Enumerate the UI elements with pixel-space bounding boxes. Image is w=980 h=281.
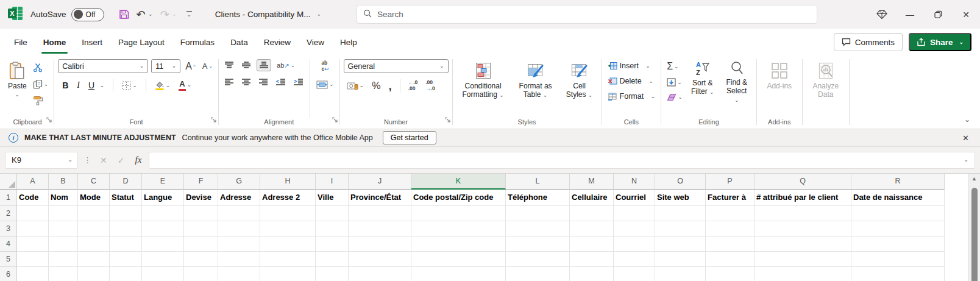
column-header-R[interactable]: R	[851, 174, 945, 190]
cell-G5[interactable]	[218, 252, 260, 267]
accounting-dropdown-icon[interactable]: ⌄	[360, 83, 364, 88]
orientation-button[interactable]: ab↗⌄	[275, 60, 297, 70]
conditional-formatting-dropdown-icon[interactable]: ⌄	[499, 92, 504, 98]
cell-R5[interactable]	[851, 252, 945, 267]
cell-H6[interactable]	[260, 267, 316, 281]
font-color-dropdown-icon[interactable]: ⌄	[187, 82, 192, 88]
cell-J3[interactable]	[349, 221, 411, 237]
cell-Q4[interactable]	[755, 237, 851, 252]
cell-styles-button[interactable]: Cell Styles ⌄	[561, 59, 598, 101]
cell-E4[interactable]	[142, 237, 184, 252]
cell-N2[interactable]	[614, 206, 655, 221]
scrollbar-thumb[interactable]	[971, 188, 978, 281]
cell-K5[interactable]	[411, 252, 506, 267]
cell-H2[interactable]	[260, 206, 316, 221]
column-header-B[interactable]: B	[49, 174, 78, 190]
cell-G3[interactable]	[218, 221, 260, 237]
cell-P1[interactable]: Facturer à	[706, 190, 755, 206]
accounting-format-button[interactable]: ⌄	[345, 80, 366, 91]
align-left-button[interactable]	[222, 77, 236, 88]
cell-D3[interactable]	[110, 221, 142, 237]
increase-decimal-button[interactable]: ←.0.00	[407, 79, 420, 93]
premium-diamond-icon[interactable]	[868, 0, 896, 29]
format-as-table-dropdown-icon[interactable]: ⌄	[543, 92, 548, 98]
scroll-up-icon[interactable]: ▲	[968, 176, 980, 182]
cell-E3[interactable]	[142, 221, 184, 237]
cell-E2[interactable]	[142, 206, 184, 221]
cell-N1[interactable]: Courriel	[614, 190, 655, 206]
cell-O4[interactable]	[655, 237, 706, 252]
cell-G2[interactable]	[218, 206, 260, 221]
cell-K3[interactable]	[411, 221, 506, 237]
cell-G6[interactable]	[218, 267, 260, 281]
tab-formulas[interactable]: Formulas	[172, 29, 222, 55]
cell-H1[interactable]: Adresse 2	[260, 190, 316, 206]
cell-D1[interactable]: Statut	[110, 190, 142, 206]
cell-B2[interactable]	[49, 206, 78, 221]
cell-I1[interactable]: Ville	[316, 190, 349, 206]
cell-J6[interactable]	[349, 267, 411, 281]
top-align-button[interactable]	[222, 60, 236, 71]
copy-dropdown-icon[interactable]: ⌄	[44, 82, 49, 87]
cell-A2[interactable]	[17, 206, 49, 221]
share-button[interactable]: Share ⌄	[909, 33, 971, 51]
decrease-font-size-button[interactable]: A⌄	[201, 61, 215, 71]
column-header-K[interactable]: K	[411, 174, 506, 190]
clipboard-dialog-launcher-icon[interactable]	[46, 114, 52, 125]
increase-indent-button[interactable]	[291, 77, 305, 88]
clear-dropdown-icon[interactable]: ⌄	[678, 94, 683, 100]
row-header-2[interactable]: 2	[0, 206, 17, 221]
customize-quick-access-button[interactable]: ⌄	[184, 9, 194, 20]
autosum-button[interactable]: Σ⌄	[665, 60, 684, 73]
search-input[interactable]	[377, 10, 811, 19]
font-size-select[interactable]: 11⌄	[151, 59, 180, 73]
orientation-dropdown-icon[interactable]: ⌄	[291, 63, 296, 68]
column-header-E[interactable]: E	[142, 174, 184, 190]
column-header-H[interactable]: H	[260, 174, 316, 190]
number-dialog-launcher-icon[interactable]	[445, 114, 450, 125]
cell-A4[interactable]	[17, 237, 49, 252]
close-button[interactable]: ✕	[952, 0, 980, 29]
cell-R3[interactable]	[851, 221, 945, 237]
cell-D4[interactable]	[110, 237, 142, 252]
font-name-select[interactable]: Calibri⌄	[58, 59, 148, 73]
cell-Q6[interactable]	[755, 267, 851, 281]
increase-font-size-button[interactable]: A^	[183, 60, 197, 73]
middle-align-button[interactable]	[240, 60, 253, 71]
collapse-ribbon-icon[interactable]: ⌄	[964, 115, 970, 124]
decrease-indent-button[interactable]	[274, 77, 288, 88]
cell-G4[interactable]	[218, 237, 260, 252]
cell-Q5[interactable]	[755, 252, 851, 267]
tab-file[interactable]: File	[6, 29, 35, 55]
cell-D6[interactable]	[110, 267, 142, 281]
cell-I6[interactable]	[316, 267, 349, 281]
cell-F5[interactable]	[184, 252, 218, 267]
format-dropdown-icon[interactable]: ⌄	[651, 94, 656, 99]
cell-H5[interactable]	[260, 252, 316, 267]
row-header-1[interactable]: 1	[0, 190, 17, 206]
paste-button[interactable]: Paste ⌄	[5, 59, 30, 100]
cell-P4[interactable]	[706, 237, 755, 252]
vertical-scrollbar[interactable]: ▲	[968, 174, 980, 281]
comments-button[interactable]: Comments	[834, 33, 903, 51]
tab-page-layout[interactable]: Page Layout	[110, 29, 172, 55]
cell-D5[interactable]	[110, 252, 142, 267]
cell-N5[interactable]	[614, 252, 655, 267]
wrap-text-button[interactable]: abc↩	[319, 59, 330, 74]
share-dropdown-icon[interactable]: ⌄	[959, 40, 964, 45]
cell-L3[interactable]	[506, 221, 570, 237]
cell-P6[interactable]	[706, 267, 755, 281]
percent-style-button[interactable]: %	[370, 79, 382, 93]
cell-M2[interactable]	[570, 206, 614, 221]
column-header-P[interactable]: P	[706, 174, 755, 190]
sort-filter-dropdown-icon[interactable]: ⌄	[709, 89, 714, 95]
cell-F3[interactable]	[184, 221, 218, 237]
tab-help[interactable]: Help	[332, 29, 365, 55]
number-format-select[interactable]: General⌄	[344, 59, 449, 73]
cell-L1[interactable]: Téléphone	[506, 190, 570, 206]
search-box[interactable]	[357, 5, 817, 24]
cell-J2[interactable]	[349, 206, 411, 221]
column-header-D[interactable]: D	[110, 174, 142, 190]
font-color-button[interactable]: A ⌄	[177, 79, 193, 91]
font-dialog-launcher-icon[interactable]	[211, 114, 216, 125]
